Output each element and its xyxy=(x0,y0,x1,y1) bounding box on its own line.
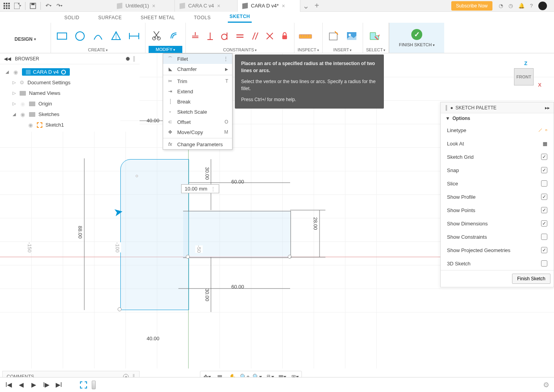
checkbox[interactable]: ✓ xyxy=(541,207,547,213)
tree-origin[interactable]: ▷◉Origin xyxy=(5,98,138,109)
timeline-start-icon[interactable]: I◀ xyxy=(5,381,13,388)
workspace-button[interactable]: DESIGN▾ xyxy=(15,36,36,42)
tab-sheetmetal[interactable]: SHEET METAL xyxy=(139,13,177,23)
option-snap[interactable]: Snap✓ xyxy=(441,163,554,177)
tangent-constraint-icon[interactable] xyxy=(219,30,231,42)
horizontal-constraint-icon[interactable] xyxy=(189,30,202,42)
vertical-constraint-icon[interactable] xyxy=(204,30,216,42)
dimension[interactable]: 30.00 xyxy=(203,167,211,180)
tree-root[interactable]: ◢◉ CARA D v4 xyxy=(5,67,138,77)
option-show-points[interactable]: Show Points✓ xyxy=(441,203,554,217)
menu-change-params[interactable]: fxChange Parameters xyxy=(163,139,232,149)
line-icon[interactable] xyxy=(54,28,70,44)
timeline-play-icon[interactable]: ▶ xyxy=(30,381,38,388)
eye-icon[interactable]: ◉ xyxy=(20,111,26,118)
eye-icon[interactable]: ◉ xyxy=(13,69,19,75)
gear-icon[interactable]: ⚙ xyxy=(543,381,549,389)
option-sketch-grid[interactable]: Sketch Grid✓ xyxy=(441,150,554,163)
expand-icon[interactable]: ▸▸ xyxy=(545,105,550,111)
viewcube-face-front[interactable]: FRONT xyxy=(514,68,534,85)
menu-sketch-scale[interactable]: ▫Sketch Scale xyxy=(163,107,232,117)
timeline-prev-icon[interactable]: ◀ xyxy=(17,381,25,388)
options-section[interactable]: ▼Options xyxy=(441,113,554,123)
timeline-marker[interactable] xyxy=(92,381,96,389)
tab-carac[interactable]: CARA C v4× xyxy=(175,0,238,12)
help-icon[interactable]: ? xyxy=(530,3,533,9)
modify-dropdown-button[interactable]: MODIFY▾ xyxy=(149,46,182,53)
checkbox[interactable] xyxy=(541,260,547,267)
fix-constraint-icon[interactable] xyxy=(278,30,291,42)
view-cube[interactable]: Z X FRONT xyxy=(509,60,539,91)
eye-icon[interactable]: ◉ xyxy=(27,122,34,128)
arc-icon[interactable] xyxy=(90,28,106,44)
dimension[interactable]: 40.00 xyxy=(146,118,160,123)
close-icon[interactable]: × xyxy=(217,3,220,9)
subscribe-button[interactable]: Subscribe Now xyxy=(451,1,492,11)
eye-icon[interactable]: ◉ xyxy=(20,101,26,107)
tree-sketches[interactable]: ◢◉Sketches xyxy=(5,109,138,120)
tab-sketch[interactable]: SKETCH xyxy=(228,11,251,23)
tree-doc-settings[interactable]: ▷⚙Document Settings xyxy=(5,77,138,88)
menu-extend[interactable]: ⇥Extend xyxy=(163,86,232,96)
lookat-icon[interactable]: ▦ xyxy=(543,141,547,147)
trim-icon[interactable] xyxy=(149,28,164,44)
tab-solid[interactable]: SOLID xyxy=(63,13,81,23)
collapse-icon[interactable]: ◀◀ xyxy=(4,56,11,62)
tab-carad[interactable]: CARA D v4*× xyxy=(238,0,300,12)
option-show-dimensions[interactable]: Show Dimensions✓ xyxy=(441,217,554,230)
option-show-profile[interactable]: Show Profile✓ xyxy=(441,190,554,203)
dimension[interactable]: 28.00 xyxy=(312,217,319,230)
tab-tools[interactable]: TOOLS xyxy=(192,13,212,23)
timeline-next-icon[interactable]: I▶ xyxy=(42,381,50,388)
save-icon[interactable] xyxy=(28,1,38,11)
option-show-constraints[interactable]: Show Constraints xyxy=(441,230,554,243)
notifications-icon[interactable]: 🔔 xyxy=(518,3,525,9)
menu-break[interactable]: ┊Break xyxy=(163,96,232,107)
timeline-end-icon[interactable]: ▶I xyxy=(55,381,63,388)
close-icon[interactable]: × xyxy=(282,3,285,9)
measure-icon[interactable] xyxy=(298,28,313,44)
extensions-icon[interactable]: ◔ xyxy=(499,3,503,9)
dimension[interactable]: 40.00 xyxy=(146,336,160,341)
offset-icon[interactable] xyxy=(167,28,182,44)
option-linetype[interactable]: Linetype⟋ ▫ xyxy=(441,123,554,137)
dimension-icon[interactable] xyxy=(126,28,142,44)
close-icon[interactable]: × xyxy=(152,3,155,9)
option-3d-sketch[interactable]: 3D Sketch xyxy=(441,257,554,270)
file-icon[interactable]: ▾ xyxy=(13,1,23,11)
parallel-constraint-icon[interactable] xyxy=(249,30,261,42)
timeline-sketch-feature[interactable] xyxy=(80,381,87,388)
equal-constraint-icon[interactable] xyxy=(234,30,246,42)
menu-trim[interactable]: ✂TrimT xyxy=(163,76,232,86)
tree-named-views[interactable]: ▷Named Views xyxy=(5,88,138,98)
dimension[interactable]: 60.00 xyxy=(231,179,245,185)
option-show-projected[interactable]: Show Projected Geometries✓ xyxy=(441,243,554,257)
circle-icon[interactable] xyxy=(72,28,88,44)
new-tab-button[interactable]: + xyxy=(311,0,322,12)
jobs-icon[interactable]: ◷ xyxy=(509,3,513,9)
checkbox[interactable]: ✓ xyxy=(541,194,547,200)
checkbox[interactable]: ✓ xyxy=(541,167,547,173)
checkbox[interactable]: ✓ xyxy=(541,247,547,253)
sketch-profile[interactable] xyxy=(120,159,290,310)
options-icon[interactable] xyxy=(126,57,130,61)
avatar[interactable] xyxy=(538,2,547,10)
checkbox[interactable]: ✓ xyxy=(541,154,547,160)
option-lookat[interactable]: Look At▦ xyxy=(441,137,554,150)
menu-move-copy[interactable]: ✥Move/CopyM xyxy=(163,127,232,137)
dimension[interactable]: 30.00 xyxy=(203,289,211,301)
option-slice[interactable]: Slice xyxy=(441,177,554,190)
finish-sketch-button[interactable]: ✓ FINISH SKETCH ▾ xyxy=(389,23,444,53)
fillet-radius-input[interactable]: 10.00 mm⋮ xyxy=(181,184,219,193)
dimension[interactable]: 60.00 xyxy=(231,284,245,290)
select-icon[interactable] xyxy=(366,28,382,44)
checkbox[interactable] xyxy=(541,180,547,187)
dimension[interactable]: 88.00 xyxy=(76,226,84,239)
polygon-icon[interactable] xyxy=(108,28,124,44)
tab-surface[interactable]: SURFACE xyxy=(97,13,124,23)
tab-overflow-icon[interactable]: ⌄ xyxy=(300,0,311,12)
finish-sketch-button-palette[interactable]: Finish Sketch xyxy=(512,274,550,284)
menu-offset[interactable]: ⊂OffsetO xyxy=(163,117,232,127)
tab-untitled[interactable]: Untitled(1)× xyxy=(112,0,175,12)
checkbox[interactable] xyxy=(541,234,547,240)
